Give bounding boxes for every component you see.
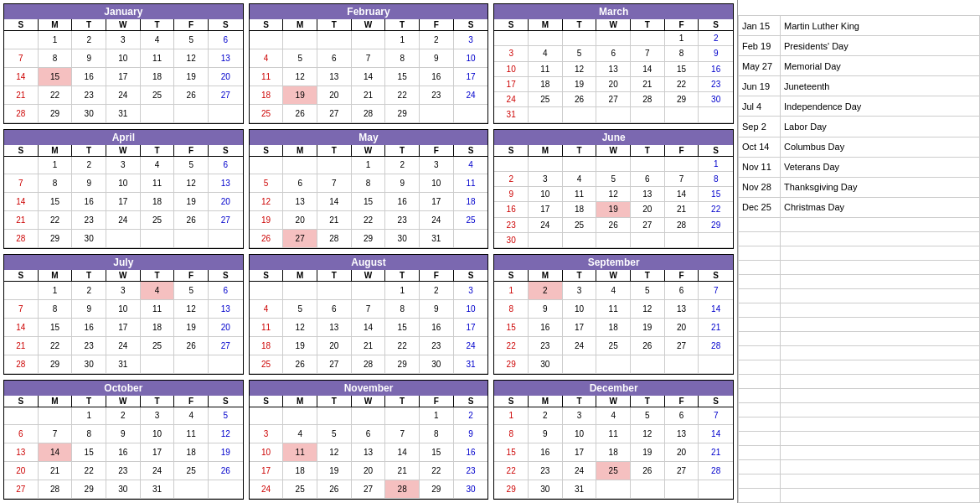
holiday-name: Martin Luther King	[781, 16, 980, 36]
day-cell: 17	[106, 319, 141, 337]
day-cell: 8	[72, 425, 106, 443]
month-row: JanuarySMTWTFS12345678910111213141516171…	[3, 3, 734, 124]
day-cell: 29	[385, 105, 420, 123]
day-cell: 14	[631, 62, 665, 77]
day-cell: 31	[420, 230, 454, 248]
day-cell: 10	[141, 425, 175, 443]
day-cell: 26	[596, 218, 631, 233]
day-cell: 22	[494, 337, 529, 355]
days-grid: 1234567891011121314151617181920212223242…	[250, 407, 488, 500]
day-cell: 28	[4, 230, 39, 248]
day-cell: 12	[174, 174, 209, 193]
day-header: W	[596, 145, 631, 156]
day-cell: 2	[385, 157, 420, 175]
day-header: S	[209, 145, 243, 156]
month-header: February	[250, 4, 488, 19]
month-header: September	[494, 255, 733, 270]
day-cell: 1	[494, 282, 529, 300]
day-header: M	[39, 19, 73, 30]
day-cell: 1	[352, 157, 386, 175]
day-cell	[631, 480, 665, 499]
holiday-date: Oct 14	[739, 137, 781, 157]
day-header: F	[420, 270, 454, 281]
day-cell: 10	[106, 300, 141, 319]
day-cell: 8	[39, 49, 73, 68]
day-header: S	[454, 396, 488, 407]
day-header: F	[174, 270, 209, 281]
day-cell: 28	[699, 337, 733, 355]
day-cell: 11	[529, 62, 563, 77]
day-cell: 24	[563, 337, 597, 355]
holiday-row-empty	[739, 318, 980, 332]
holiday-date: Dec 25	[739, 197, 781, 217]
day-cell: 25	[141, 337, 175, 355]
day-cell: 5	[250, 174, 284, 193]
day-cell: 25	[454, 211, 488, 230]
day-cell: 6	[317, 49, 352, 68]
day-cell: 28	[352, 105, 386, 123]
day-cell: 15	[72, 443, 106, 462]
day-cell: 10	[106, 174, 141, 193]
day-cell: 13	[209, 49, 243, 68]
day-header: T	[72, 145, 106, 156]
day-cell: 7	[385, 425, 420, 443]
day-cell: 16	[454, 443, 488, 462]
holiday-row: Jun 19Juneteenth	[739, 76, 980, 96]
day-cell: 2	[529, 282, 563, 300]
day-cell: 17	[141, 443, 175, 462]
day-header: F	[174, 396, 209, 407]
day-cell: 21	[39, 462, 73, 480]
day-cell: 12	[174, 300, 209, 319]
day-cell: 23	[494, 218, 529, 233]
day-cell: 27	[209, 86, 243, 105]
day-header: W	[352, 396, 386, 407]
day-cell: 16	[529, 319, 563, 337]
day-cell: 18	[174, 443, 209, 462]
day-cell	[352, 282, 386, 300]
day-header: M	[529, 145, 563, 156]
day-cell: 22	[72, 462, 106, 480]
day-cell: 17	[420, 193, 454, 211]
day-cell: 2	[72, 31, 106, 49]
day-cell: 17	[454, 68, 488, 86]
day-cell	[352, 31, 386, 49]
day-cell: 26	[563, 92, 597, 107]
day-cell: 24	[454, 86, 488, 105]
day-cell: 6	[209, 31, 243, 49]
day-header: S	[209, 19, 243, 30]
day-cell	[4, 31, 39, 49]
day-header: T	[141, 19, 175, 30]
day-cell: 17	[494, 77, 529, 92]
day-cell: 21	[631, 77, 665, 92]
day-cell: 12	[631, 425, 665, 443]
holiday-row-empty	[739, 261, 980, 275]
day-cell: 30	[72, 230, 106, 248]
day-cell: 9	[420, 49, 454, 68]
day-header: S	[494, 19, 529, 30]
day-cell: 3	[454, 31, 488, 49]
month-grid-august: AugustSMTWTFS123456789101112131415161718…	[249, 254, 489, 375]
day-cell: 23	[529, 462, 563, 480]
holiday-row-empty	[739, 474, 980, 489]
days-grid: 1234567891011121314151617181920212223242…	[494, 282, 733, 374]
day-cell	[317, 282, 352, 300]
day-cell: 23	[106, 462, 141, 480]
day-cell: 23	[72, 86, 106, 105]
calendar-area: JanuarySMTWTFS12345678910111213141516171…	[0, 0, 737, 503]
day-header: T	[72, 396, 106, 407]
day-header: T	[72, 19, 106, 30]
day-cell: 28	[4, 105, 39, 123]
day-cell: 1	[385, 282, 420, 300]
day-cell: 3	[106, 31, 141, 49]
day-header: S	[209, 396, 243, 407]
day-cell: 8	[420, 425, 454, 443]
days-grid: 1234567891011121314151617181920212223242…	[4, 282, 243, 374]
day-cell: 17	[454, 319, 488, 337]
day-cell: 16	[385, 193, 420, 211]
day-cell	[209, 230, 243, 248]
day-cell: 12	[317, 443, 352, 462]
day-cell: 17	[250, 462, 284, 480]
day-cell: 3	[563, 407, 597, 426]
day-cell: 11	[454, 174, 488, 193]
day-cell: 11	[283, 443, 317, 462]
